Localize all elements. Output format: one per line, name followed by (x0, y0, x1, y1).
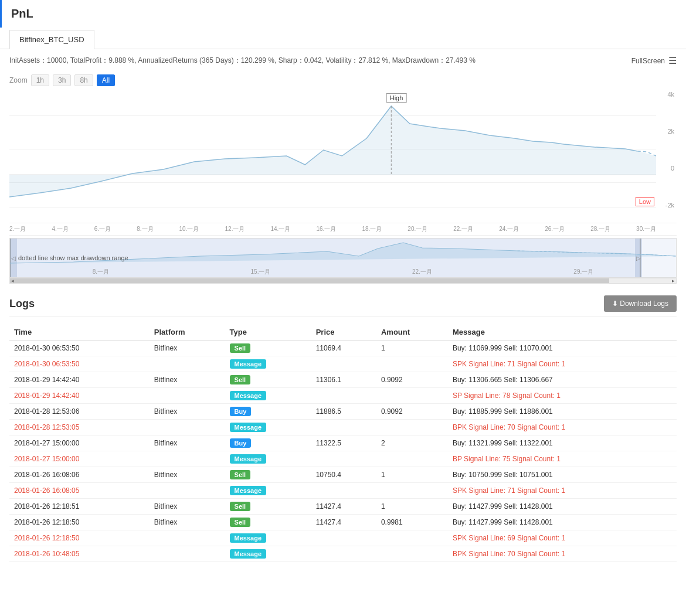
cell-platform: Bitfinex (150, 515, 225, 530)
cell-price (311, 388, 376, 404)
y-label-0: 0 (656, 165, 677, 172)
cell-time: 2018-01-26 10:48:05 (9, 546, 150, 562)
cell-time: 2018-01-27 15:00:00 (9, 451, 150, 467)
cell-price: 11427.4 (311, 515, 376, 530)
cell-message: Buy: 11885.999 Sell: 11886.001 (448, 404, 677, 420)
x-label-10: 22.一月 (453, 225, 473, 233)
scroll-left-arrow[interactable]: ◂ (11, 278, 14, 283)
cell-platform: Bitfinex (150, 404, 225, 420)
y-axis: 4k 2k 0 -2k (656, 89, 677, 211)
x-label-6: 14.一月 (270, 225, 290, 233)
cell-message: Buy: 11321.999 Sell: 11322.001 (448, 435, 677, 451)
cell-type: Sell (225, 515, 311, 530)
cell-amount: 0.9092 (376, 372, 448, 388)
tab-bitfinex[interactable]: Bitfinex_BTC_USD (9, 30, 94, 49)
table-row: 2018-01-28 12:53:05 Message BPK Signal L… (9, 420, 677, 435)
cell-price: 10750.4 (311, 467, 376, 483)
scroll-thumb[interactable] (10, 278, 609, 283)
mini-x-axis: 8.一月 15.一月 22.一月 29.一月 (10, 268, 676, 276)
download-logs-button[interactable]: ⬇ Download Logs (604, 295, 677, 312)
cell-time: 2018-01-29 14:42:40 (9, 372, 150, 388)
col-type: Type (225, 324, 311, 341)
cell-amount (376, 451, 448, 467)
x-label-5: 12.一月 (225, 225, 245, 233)
type-badge: Sell (230, 375, 251, 384)
type-badge: Sell (230, 518, 251, 527)
cell-type: Message (225, 530, 311, 546)
low-label: Low (636, 197, 654, 206)
cell-amount (376, 356, 448, 372)
cell-amount: 1 (376, 499, 448, 515)
cell-price: 11069.4 (311, 341, 376, 356)
cell-type: Message (225, 546, 311, 562)
cell-platform (150, 546, 225, 562)
x-label-7: 16.一月 (316, 225, 336, 233)
cell-amount (376, 530, 448, 546)
table-row: 2018-01-30 06:53:50 Bitfinex Sell 11069.… (9, 341, 677, 356)
cell-time: 2018-01-30 06:53:50 (9, 341, 150, 356)
cell-time: 2018-01-27 15:00:00 (9, 435, 150, 451)
type-badge: Sell (230, 343, 251, 353)
x-label-1: 4.一月 (52, 225, 68, 233)
col-price: Price (311, 324, 376, 341)
table-row: 2018-01-26 12:18:51 Bitfinex Sell 11427.… (9, 499, 677, 515)
table-row: 2018-01-26 12:18:50 Message SPK Signal L… (9, 530, 677, 546)
cell-time: 2018-01-26 16:08:06 (9, 467, 150, 483)
table-row: 2018-01-26 12:18:50 Bitfinex Sell 11427.… (9, 515, 677, 530)
cell-amount: 0.9092 (376, 404, 448, 420)
table-row: 2018-01-29 14:42:40 Message SP Signal Li… (9, 388, 677, 404)
cell-platform (150, 483, 225, 499)
cell-type: Sell (225, 499, 311, 515)
table-row: 2018-01-28 12:53:06 Bitfinex Buy 11886.5… (9, 404, 677, 420)
table-row: 2018-01-26 16:08:06 Bitfinex Sell 10750.… (9, 467, 677, 483)
cell-time: 2018-01-26 16:08:05 (9, 483, 150, 499)
logs-table: Time Platform Type Price Amount Message … (9, 324, 677, 562)
cell-message: Buy: 11069.999 Sell: 11070.001 (448, 341, 677, 356)
cell-time: 2018-01-29 14:42:40 (9, 388, 150, 404)
cell-amount (376, 483, 448, 499)
zoom-8h[interactable]: 8h (74, 74, 93, 86)
table-row: 2018-01-26 16:08:05 Message SPK Signal L… (9, 483, 677, 499)
x-label-12: 26.一月 (545, 225, 565, 233)
cell-platform: Bitfinex (150, 499, 225, 515)
cell-platform: Bitfinex (150, 435, 225, 451)
zoom-all[interactable]: All (97, 74, 115, 86)
logs-header: Logs ⬇ Download Logs (9, 295, 677, 317)
cell-price (311, 356, 376, 372)
x-label-2: 6.一月 (94, 225, 111, 233)
y-label-2k: 2k (656, 128, 677, 135)
col-amount: Amount (376, 324, 448, 341)
zoom-bar: Zoom 1h 3h 8h All (0, 72, 686, 89)
menu-icon[interactable]: ☰ (668, 55, 677, 66)
zoom-3h[interactable]: 3h (53, 74, 71, 86)
cell-type: Buy (225, 404, 311, 420)
page-title: PnL (11, 7, 33, 20)
chart-container: 4k 2k 0 -2k High Low (0, 89, 686, 284)
cell-time: 2018-01-28 12:53:06 (9, 404, 150, 420)
cell-platform (150, 530, 225, 546)
mini-x-3: 29.一月 (573, 268, 593, 276)
cell-message: SP Signal Line: 78 Signal Count: 1 (448, 388, 677, 404)
cell-amount (376, 388, 448, 404)
fullscreen-controls[interactable]: FullScreen ☰ (631, 55, 677, 66)
cell-time: 2018-01-28 12:53:05 (9, 420, 150, 435)
cell-amount (376, 420, 448, 435)
cell-price: 11886.5 (311, 404, 376, 420)
cell-amount (376, 546, 448, 562)
zoom-1h[interactable]: 1h (31, 74, 49, 86)
y-label-4k: 4k (656, 91, 677, 98)
chart-svg (9, 89, 656, 212)
tab-bar: Bitfinex_BTC_USD (0, 30, 686, 49)
table-row: 2018-01-27 15:00:00 Bitfinex Buy 11322.5… (9, 435, 677, 451)
cell-platform: Bitfinex (150, 341, 225, 356)
mini-chart[interactable]: ◁ ▷ dotted line show max drawdown range … (9, 238, 677, 278)
cell-price (311, 483, 376, 499)
scroll-bar[interactable]: ◂ ▸ (9, 278, 677, 284)
type-badge: Message (230, 486, 266, 495)
cell-price (311, 451, 376, 467)
cell-message: Buy: 11427.999 Sell: 11428.001 (448, 499, 677, 515)
cell-platform (150, 420, 225, 435)
col-time: Time (9, 324, 150, 341)
scroll-right-arrow[interactable]: ▸ (672, 278, 675, 283)
cell-message: BP Signal Line: 75 Signal Count: 1 (448, 451, 677, 467)
